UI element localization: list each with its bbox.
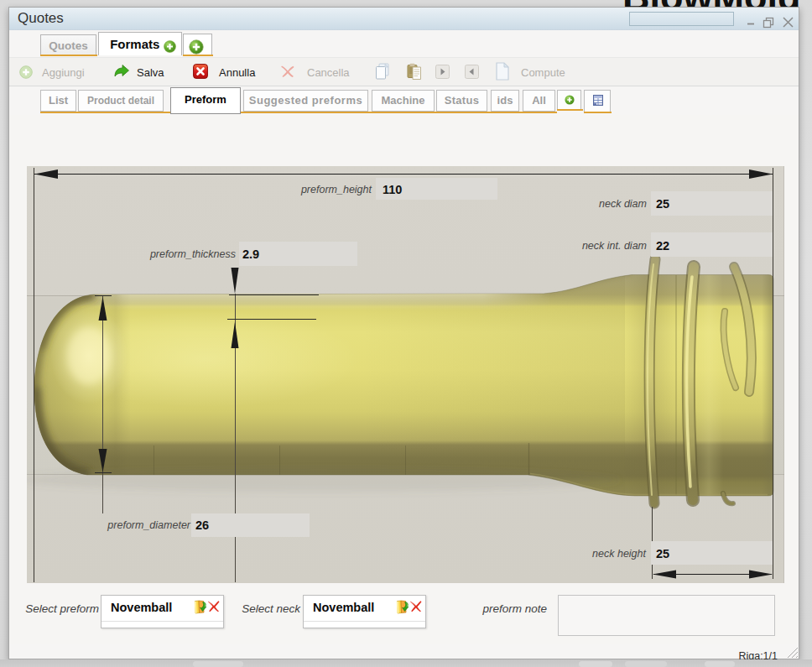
svg-text:22: 22 xyxy=(656,239,669,253)
svg-text:preform_thickness: preform_thickness xyxy=(149,248,236,260)
svg-text:25: 25 xyxy=(656,197,669,211)
svg-text:neck int. diam: neck int. diam xyxy=(582,240,647,252)
svg-text:2.9: 2.9 xyxy=(242,248,259,261)
svg-text:26: 26 xyxy=(195,518,209,532)
svg-text:25: 25 xyxy=(656,547,669,560)
svg-text:preform_height: preform_height xyxy=(300,184,372,195)
svg-text:neck diam: neck diam xyxy=(599,198,647,210)
svg-text:preform_diameter: preform_diameter xyxy=(107,519,190,531)
svg-text:110: 110 xyxy=(383,183,402,196)
svg-text:neck height: neck height xyxy=(592,548,646,560)
